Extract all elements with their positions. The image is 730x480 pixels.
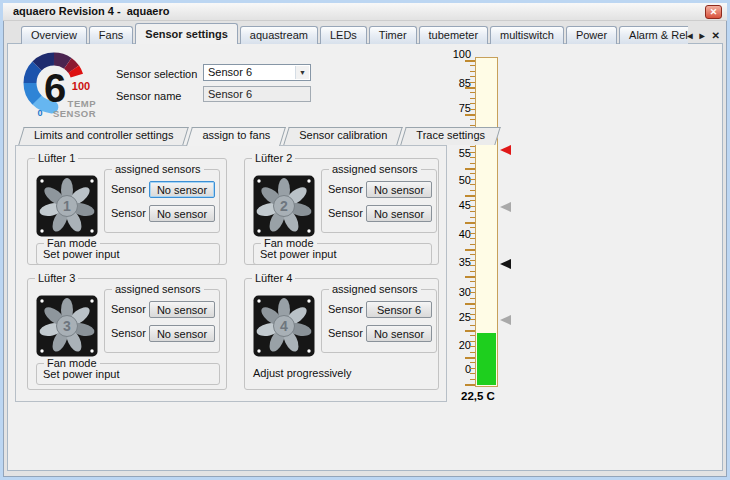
fan-card-title: Lüfter 4 xyxy=(252,272,295,285)
thermo-tick xyxy=(465,60,475,62)
tab-aquastream[interactable]: aquastream xyxy=(240,26,318,44)
thermo-fill xyxy=(477,333,496,385)
fan-icon: 1 xyxy=(36,175,98,237)
subtab-label: Trace settings xyxy=(416,129,485,141)
fan-icon: 4 xyxy=(253,295,315,357)
temp-gauge: 6 100 0 TEMP SENSOR xyxy=(19,50,111,122)
thermo-tick xyxy=(465,222,475,224)
gauge-caption-line2: SENSOR xyxy=(53,108,96,119)
subtab-trace-settings[interactable]: Trace settings xyxy=(403,127,498,145)
assigned-sensors-label: assigned sensors xyxy=(112,283,204,296)
thermo-tick xyxy=(465,384,475,386)
fan-number: 4 xyxy=(280,318,288,334)
sensor-name-field[interactable]: Sensor 6 xyxy=(203,86,311,102)
window-close-button[interactable]: ✕ xyxy=(705,5,722,19)
tab-close-icon[interactable]: ✕ xyxy=(712,30,720,41)
thermo-marker[interactable] xyxy=(500,202,511,212)
fan2-sensor1-button[interactable]: No sensor xyxy=(366,181,432,198)
thermo-tick xyxy=(465,168,475,170)
sensor-selection-value: Sensor 6 xyxy=(208,66,252,78)
fan-card-title: Lüfter 1 xyxy=(35,152,78,165)
fan-icon: 2 xyxy=(253,175,315,237)
assigned-sensors-label: assigned sensors xyxy=(112,163,204,176)
gauge-min-label: 0 xyxy=(37,108,42,118)
fan-card-4: Lüfter 4 4 xyxy=(244,278,439,390)
tab-scroll-right-icon[interactable]: ▸ xyxy=(700,30,705,41)
fan-mode-value: Adjust progressively xyxy=(253,367,351,379)
fan4-sensor1-button[interactable]: Sensor 6 xyxy=(366,301,432,318)
fan2-sensor2-button[interactable]: No sensor xyxy=(366,205,432,222)
fan1-sensor2-button[interactable]: No sensor xyxy=(149,205,215,222)
tab-multiswitch[interactable]: multiswitch xyxy=(490,26,564,44)
tab-scroll-left-icon[interactable]: ◂ xyxy=(688,30,693,41)
assigned-sensors-label: assigned sensors xyxy=(329,283,421,296)
close-icon: ✕ xyxy=(710,7,718,17)
fan3-sensor2-button[interactable]: No sensor xyxy=(149,325,215,342)
fan-card-title: Lüfter 2 xyxy=(252,152,295,165)
thermo-reading: 22,5 C xyxy=(448,390,508,402)
tab-sensor-settings[interactable]: Sensor settings xyxy=(135,23,238,44)
tab-fans[interactable]: Fans xyxy=(89,26,133,44)
thermo-tick xyxy=(465,195,475,197)
thermo-marker[interactable] xyxy=(500,259,511,269)
sensor-settings-page: 6 100 0 TEMP SENSOR Sensor selection Sen… xyxy=(7,43,723,471)
fan4-sensor2-button[interactable]: No sensor xyxy=(366,325,432,342)
subtab-limits-and-controller-settings[interactable]: Limits and controller settings xyxy=(21,127,186,145)
assigned-sensors-label: assigned sensors xyxy=(329,163,421,176)
thermo-tick xyxy=(465,357,475,359)
app-window: aquaero Revision 4 - aquaero ✕ OverviewF… xyxy=(0,0,730,480)
fan-card-3: Lüfter 3 3 xyxy=(27,278,227,390)
fan3-sensor1-button[interactable]: No sensor xyxy=(149,301,215,318)
subtab-label: Sensor calibration xyxy=(299,129,387,141)
fan-mode-group: Fan mode Set power input xyxy=(253,243,432,265)
subtab-label: assign to fans xyxy=(202,129,270,141)
subtab-label: Limits and controller settings xyxy=(34,129,173,141)
assigned-sensors-group: assigned sensors Sensor 1 Sensor 6 Senso… xyxy=(321,289,437,353)
fan-number: 2 xyxy=(280,198,288,214)
thermo-scale-ticks xyxy=(464,57,475,389)
subtab-sensor-calibration[interactable]: Sensor calibration xyxy=(286,127,400,145)
fan1-sensor1-button[interactable]: No sensor xyxy=(149,181,215,198)
thermo-tick xyxy=(465,276,475,278)
fan-card-title: Lüfter 3 xyxy=(35,272,78,285)
tab-alarm-relay[interactable]: Alarm & Relay xyxy=(619,26,688,44)
thermo-tick xyxy=(465,87,475,89)
thermo-tube xyxy=(475,57,498,387)
assigned-sensors-group: assigned sensors Sensor 1 No sensor Sens… xyxy=(104,289,220,353)
tab-tubemeter[interactable]: tubemeter xyxy=(419,26,489,44)
gauge-max-label: 100 xyxy=(72,80,90,92)
sensor-selection-select[interactable]: Sensor 6 ▼ xyxy=(203,64,311,81)
thermo-tick xyxy=(465,303,475,305)
tab-nav: ◂ ▸ ✕ xyxy=(688,30,720,41)
tab-overview[interactable]: Overview xyxy=(21,26,87,44)
thermo-tick xyxy=(465,249,475,251)
thermo-tick xyxy=(465,330,475,332)
tab-power[interactable]: Power xyxy=(566,26,617,44)
sub-tab-bar: Limits and controller settingsassign to … xyxy=(21,127,501,145)
fan-mode-value: Set power input xyxy=(43,368,119,380)
fan-mode-value: Set power input xyxy=(43,248,119,260)
fan-number: 3 xyxy=(63,318,71,334)
main-tab-scroll: OverviewFansSensor settingsaquastreamLED… xyxy=(21,21,688,44)
subtab-assign-to-fans[interactable]: assign to fans xyxy=(189,127,283,146)
fan-mode-value: Set power input xyxy=(260,248,336,260)
thermo-marker[interactable] xyxy=(500,315,511,325)
sensor-name-label: Sensor name xyxy=(116,88,181,104)
fan-mode-group: Fan mode Set power input xyxy=(36,243,220,265)
tab-leds[interactable]: LEDs xyxy=(320,26,367,44)
fan-icon: 3 xyxy=(36,295,98,357)
fan-card-1: Lüfter 1 1 xyxy=(27,158,227,265)
thermo-marker-track xyxy=(500,57,512,389)
thermo-tick xyxy=(465,114,475,116)
assign-to-fans-panel: Lüfter 1 1 xyxy=(15,145,447,402)
thermo-marker[interactable] xyxy=(500,145,511,155)
window-title: aquaero Revision 4 - aquaero xyxy=(13,5,170,17)
sensor-selection-label: Sensor selection xyxy=(116,66,197,82)
assigned-sensors-group: assigned sensors Sensor 1 No sensor Sens… xyxy=(321,169,437,233)
tab-timer[interactable]: Timer xyxy=(369,26,417,44)
assigned-sensors-group: assigned sensors Sensor 1 No sensor Sens… xyxy=(104,169,220,233)
gauge-value: 6 xyxy=(44,66,66,110)
main-tab-bar: OverviewFansSensor settingsaquastreamLED… xyxy=(4,21,726,44)
chevron-down-icon: ▼ xyxy=(295,66,309,79)
fan-mode-group: Fan mode Set power input xyxy=(36,363,220,385)
